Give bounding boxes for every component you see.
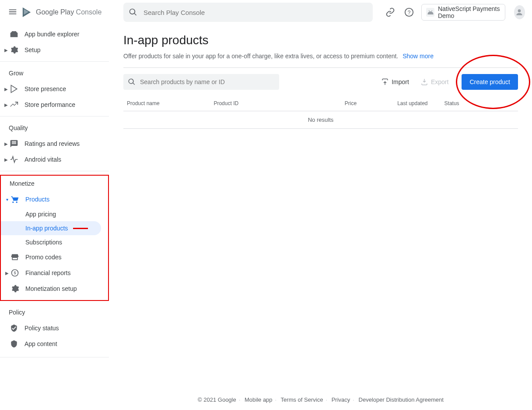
table-no-results: No results: [123, 111, 518, 129]
nav-label: Android vitals: [24, 156, 61, 163]
import-button[interactable]: Import: [378, 78, 412, 86]
footer-mobile-link[interactable]: Mobile app: [245, 396, 273, 403]
nav-label: Store performance: [24, 101, 75, 108]
svg-text:?: ?: [408, 10, 411, 16]
vitals-icon: [10, 155, 18, 164]
sidebar-sub-subscriptions[interactable]: Subscriptions: [1, 235, 108, 249]
sidebar-item-app-bundle[interactable]: App bundle explorer: [0, 26, 109, 42]
section-monetize: Monetize: [1, 176, 108, 191]
col-product-name: Product name: [123, 96, 210, 111]
show-more-link[interactable]: Show more: [402, 53, 434, 60]
global-search[interactable]: [123, 3, 373, 22]
col-status: Status: [431, 96, 518, 111]
app-selector[interactable]: NativeScript Payments Demo: [421, 4, 505, 21]
search-icon: [129, 8, 137, 17]
create-product-button[interactable]: Create product: [462, 74, 518, 90]
sidebar-sub-in-app-products[interactable]: In-app products: [1, 221, 101, 235]
gear-icon: [10, 46, 18, 54]
footer-privacy-link[interactable]: Privacy: [332, 396, 350, 403]
sidebar-item-vitals[interactable]: ▶ Android vitals: [0, 152, 109, 167]
shield-check-icon: [10, 324, 18, 332]
sidebar-item-store-presence[interactable]: ▶ Store presence: [0, 81, 109, 97]
svg-text:$: $: [14, 271, 16, 275]
nav-label: Financial reports: [25, 269, 71, 276]
user-avatar[interactable]: [514, 5, 525, 19]
search-input[interactable]: [144, 9, 368, 16]
nav-label: Store presence: [24, 85, 66, 92]
sidebar-item-products[interactable]: ▾ Products: [1, 191, 108, 207]
gear-icon: [10, 284, 19, 293]
brand-text: Google Play Console: [36, 8, 102, 16]
play-console-logo[interactable]: Google Play Console: [22, 7, 102, 18]
product-search-input[interactable]: [140, 78, 275, 85]
caret-icon: ▶: [4, 48, 9, 53]
bundle-icon: [10, 30, 18, 39]
sidebar-item-financial-reports[interactable]: ▶ $ Financial reports: [1, 265, 108, 281]
sidebar-sub-app-pricing[interactable]: App pricing: [1, 207, 108, 221]
link-icon[interactable]: [383, 4, 397, 21]
section-grow: Grow: [0, 65, 109, 81]
sidebar-item-ratings[interactable]: ▶ Ratings and reviews: [0, 136, 109, 152]
nav-label: Ratings and reviews: [24, 140, 80, 147]
sidebar-item-app-content[interactable]: App content: [0, 336, 109, 352]
app-chip-label: NativeScript Payments Demo: [438, 5, 500, 19]
sidebar-item-monetization-setup[interactable]: Monetization setup: [1, 281, 108, 297]
products-table: Product name Product ID Price Last updat…: [123, 96, 518, 129]
nav-label: Products: [25, 196, 49, 203]
nav-label: App bundle explorer: [24, 31, 79, 38]
trend-icon: [10, 100, 18, 109]
annotation-arrow: [73, 228, 88, 229]
col-price: Price: [297, 96, 360, 111]
dollar-icon: $: [10, 269, 19, 277]
search-icon: [128, 78, 136, 86]
export-button: Export: [418, 78, 451, 86]
sidebar-item-promo-codes[interactable]: Promo codes: [1, 249, 108, 265]
sidebar: Google Play Console App bundle explorer …: [0, 0, 109, 410]
section-policy: Policy: [0, 301, 109, 320]
sidebar-item-store-performance[interactable]: ▶ Store performance: [0, 97, 109, 113]
caret-icon: ▶: [4, 157, 9, 162]
footer-agreement-link[interactable]: Developer Distribution Agreement: [359, 396, 444, 403]
caret-icon: ▶: [4, 87, 9, 92]
hamburger-icon[interactable]: [8, 7, 18, 18]
android-icon: [426, 8, 434, 17]
header-row: Google Play Console: [0, 0, 109, 25]
product-search[interactable]: [123, 74, 279, 90]
caret-icon: ▶: [4, 141, 9, 146]
page-subtitle: Offer products for sale in your app for …: [123, 53, 518, 60]
col-last-updated: Last updated: [360, 96, 431, 111]
caret-icon: ▶: [4, 271, 10, 276]
footer-copyright: © 2021 Google: [198, 396, 236, 403]
cart-icon: [10, 195, 19, 204]
nav-label: Policy status: [24, 325, 59, 332]
page-title: In-app products: [123, 33, 518, 47]
caret-icon: ▾: [4, 197, 10, 202]
nav-label: Setup: [24, 46, 41, 53]
footer: © 2021 Google· Mobile app· Terms of Serv…: [109, 396, 532, 403]
reviews-icon: [10, 139, 18, 148]
sidebar-item-setup[interactable]: ▶ Setup: [0, 42, 109, 58]
nav-label: App content: [24, 340, 57, 347]
sidebar-item-policy-status[interactable]: Policy status: [0, 320, 109, 336]
svg-point-6: [518, 9, 521, 12]
store-icon: [10, 253, 19, 262]
play-icon: [10, 85, 18, 93]
topbar: ? NativeScript Payments Demo: [109, 0, 532, 25]
nav-label: Monetization setup: [25, 285, 77, 292]
shield-info-icon: [10, 339, 18, 348]
section-quality: Quality: [0, 120, 109, 136]
caret-icon: ▶: [4, 102, 9, 107]
col-product-id: Product ID: [210, 96, 297, 111]
nav-label: Promo codes: [25, 254, 61, 261]
help-icon[interactable]: ?: [402, 4, 416, 21]
footer-terms-link[interactable]: Terms of Service: [281, 396, 323, 403]
